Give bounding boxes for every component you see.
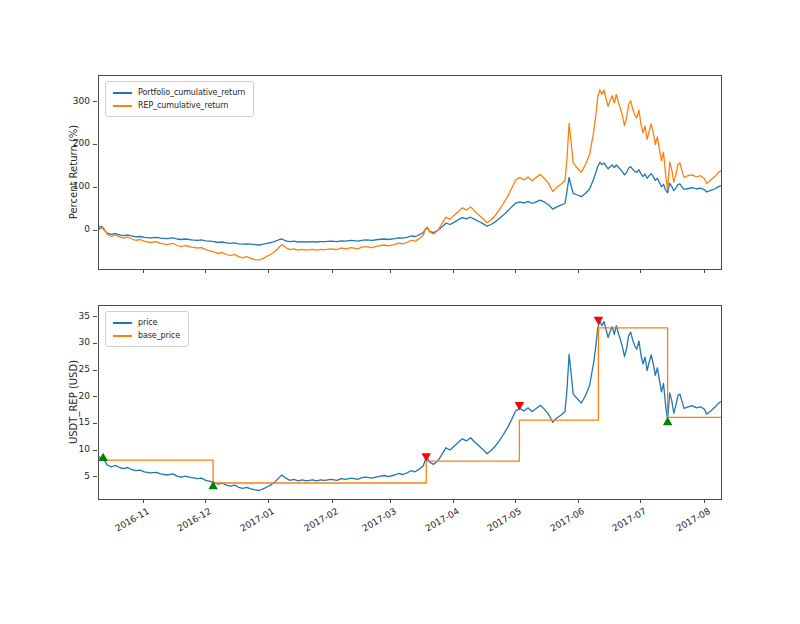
y-tick-mark: [93, 343, 97, 344]
x-tick-mark: [143, 499, 144, 503]
y-tick-mark: [93, 187, 97, 188]
bottom-chart-axes: price base_price: [98, 305, 722, 500]
y-tick-mark: [93, 476, 97, 477]
sell-marker-icon: [421, 453, 431, 461]
y-tick-mark: [93, 370, 97, 371]
figure: Portfolio_cumulative_return REP_cumulati…: [0, 0, 800, 624]
legend-item-rep: REP_cumulative_return: [113, 99, 245, 112]
x-tick-label: 2017-04: [352, 506, 461, 576]
x-tick-mark: [515, 269, 516, 273]
y-tick-mark: [93, 101, 97, 102]
x-tick-label: 2016-12: [104, 506, 213, 576]
legend-label-rep: REP_cumulative_return: [138, 101, 228, 110]
x-tick-label: 2016-11: [42, 506, 151, 576]
y-tick-label: 15: [50, 417, 90, 428]
x-tick-label: 2017-01: [167, 506, 276, 576]
legend-item-portfolio: Portfolio_cumulative_return: [113, 86, 245, 99]
bottom-chart-plot: [99, 306, 721, 499]
x-tick-label: 2017-08: [603, 506, 712, 576]
legend-label-portfolio: Portfolio_cumulative_return: [138, 88, 245, 97]
x-tick-label: 2017-02: [231, 506, 340, 576]
y-tick-label: 200: [50, 138, 90, 149]
legend-label-base-price: base_price: [138, 331, 180, 340]
x-tick-mark: [515, 499, 516, 503]
base-price-line-swatch: [113, 335, 132, 337]
price-line-swatch: [113, 322, 132, 324]
Portfolio_cumulative_return-line: [99, 162, 721, 245]
rep-line-swatch: [113, 105, 132, 107]
buy-marker-icon: [208, 481, 218, 489]
x-tick-mark: [640, 499, 641, 503]
y-tick-mark: [93, 230, 97, 231]
y-tick-label: 0: [50, 224, 90, 235]
legend-label-price: price: [138, 318, 157, 327]
y-tick-label: 25: [50, 364, 90, 375]
top-chart-legend: Portfolio_cumulative_return REP_cumulati…: [105, 81, 254, 117]
y-tick-mark: [93, 316, 97, 317]
x-tick-mark: [390, 499, 391, 503]
base_price-line: [99, 328, 721, 483]
portfolio-line-swatch: [113, 92, 132, 94]
x-tick-label: 2017-03: [289, 506, 398, 576]
y-tick-label: 30: [50, 337, 90, 348]
x-tick-mark: [205, 499, 206, 503]
y-tick-label: 5: [50, 471, 90, 482]
y-tick-mark: [93, 396, 97, 397]
x-tick-mark: [205, 269, 206, 273]
x-tick-mark: [268, 499, 269, 503]
y-tick-mark: [93, 144, 97, 145]
bottom-chart-legend: price base_price: [105, 311, 189, 347]
x-tick-mark: [640, 269, 641, 273]
x-tick-mark: [268, 269, 269, 273]
price-line: [99, 321, 721, 491]
top-chart-axes: Portfolio_cumulative_return REP_cumulati…: [98, 75, 722, 270]
x-tick-mark: [578, 269, 579, 273]
x-tick-label: 2017-07: [539, 506, 648, 576]
y-tick-label: 300: [50, 96, 90, 107]
x-tick-mark: [578, 499, 579, 503]
x-tick-label: 2017-06: [477, 506, 586, 576]
x-tick-mark: [143, 269, 144, 273]
x-tick-mark: [704, 499, 705, 503]
x-tick-mark: [390, 269, 391, 273]
x-tick-mark: [704, 269, 705, 273]
y-tick-label: 20: [50, 391, 90, 402]
x-tick-mark: [453, 499, 454, 503]
legend-item-price: price: [113, 316, 180, 329]
y-tick-mark: [93, 450, 97, 451]
x-tick-mark: [332, 269, 333, 273]
y-tick-mark: [93, 423, 97, 424]
y-tick-label: 35: [50, 311, 90, 322]
y-tick-label: 100: [50, 181, 90, 192]
legend-item-base-price: base_price: [113, 329, 180, 342]
x-tick-mark: [453, 269, 454, 273]
sell-marker-icon: [515, 402, 525, 410]
x-tick-mark: [332, 499, 333, 503]
buy-marker-icon: [99, 453, 108, 461]
y-tick-label: 10: [50, 444, 90, 455]
x-tick-label: 2017-05: [414, 506, 523, 576]
buy-marker-icon: [663, 417, 673, 425]
